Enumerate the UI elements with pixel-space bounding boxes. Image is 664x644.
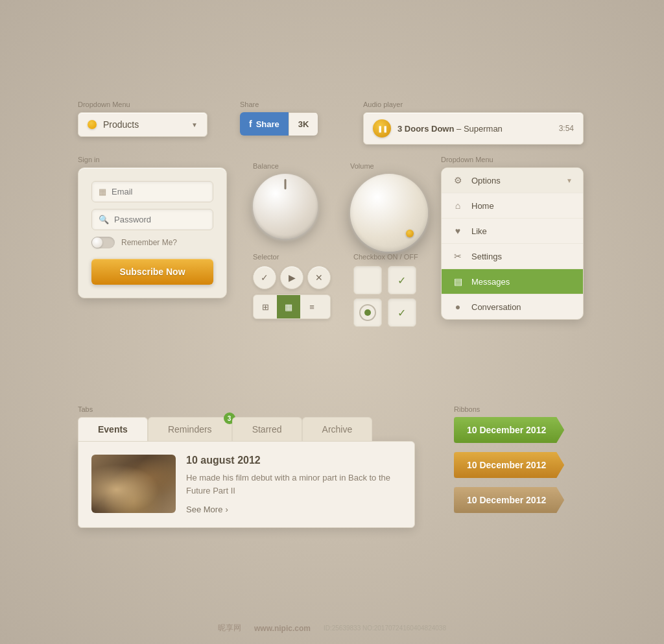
menu-item-like[interactable]: ♥ Like (442, 219, 583, 244)
view-grid-button[interactable]: ▦ (277, 295, 300, 318)
tabs-label: Tabs (78, 405, 415, 413)
menu-item-messages[interactable]: ▤ Messages (442, 269, 583, 294)
menu-item-settings[interactable]: ✂ Settings (442, 244, 583, 269)
facebook-icon: f (249, 119, 252, 129)
selector-close-button[interactable]: ✕ (307, 266, 331, 289)
tab-starred[interactable]: Starred (232, 417, 302, 441)
watermark-logo: 昵享网 (218, 623, 241, 634)
pause-icon: ❚❚ (377, 125, 388, 132)
tabs-widget: Tabs Events Reminders 3 Starred Archive … (78, 405, 415, 528)
tab-events[interactable]: Events (78, 417, 148, 441)
audio-separator: – (456, 124, 464, 134)
selector-check-button[interactable]: ✓ (253, 266, 276, 289)
see-more-link[interactable]: See More › (186, 505, 401, 514)
view-list-button[interactable]: ≡ (300, 295, 324, 318)
email-icon: ▦ (99, 187, 106, 197)
radio-checked[interactable] (353, 298, 382, 327)
ribbons-label: Ribbons (454, 405, 564, 413)
dropdown-right-label: Dropdown Menu (441, 156, 584, 163)
audio-time: 3:54 (559, 124, 574, 133)
tab-content-image (91, 455, 176, 513)
tab-image-art (91, 455, 176, 513)
tab-content-date: 10 august 2012 (186, 455, 401, 466)
subscribe-button[interactable]: Subscribe Now (91, 259, 213, 285)
tab-reminders[interactable]: Reminders 3 (148, 417, 232, 441)
signin-widget: Sign in ▦ 🔍 Remember Me? Subscribe Now (78, 156, 227, 298)
volume-widget: Volume (350, 162, 428, 252)
remember-toggle[interactable] (91, 237, 115, 248)
tab-archive[interactable]: Archive (302, 417, 373, 441)
scissors-icon: ✂ (452, 251, 464, 261)
dropdown-menu-widget: Dropdown Menu Products ▼ (78, 101, 208, 137)
password-field[interactable] (114, 215, 206, 224)
tab-text-content: 10 august 2012 He made his film debut wi… (186, 455, 401, 514)
dropdown-top-value: Products (103, 119, 191, 130)
see-more-arrow-icon: › (225, 505, 228, 514)
share-btn-text: Share (256, 119, 279, 129)
audio-play-button[interactable]: ❚❚ (373, 119, 391, 137)
tab-starred-label: Starred (252, 424, 282, 435)
ribbon-gold-text: 10 December 2012 (467, 460, 546, 470)
audio-widget: Audio player ❚❚ 3 Doors Down – Superman … (363, 101, 584, 145)
selector-widget: Selector ✓ ▶ ✕ ⊞ ▦ ≡ (253, 253, 331, 319)
menu-settings-text: Settings (471, 252, 573, 261)
share-widget: Share f Share 3K (240, 101, 318, 136)
ribbon-tan: 10 December 2012 (454, 487, 564, 513)
audio-song: Superman (464, 124, 503, 134)
ribbon-green: 10 December 2012 (454, 417, 564, 443)
share-label: Share (240, 101, 318, 108)
balance-label: Balance (253, 162, 318, 170)
checkbox-label: Checkbox ON / OFF (353, 253, 418, 261)
gear-icon: ⚙ (452, 175, 464, 185)
remember-label: Remember Me? (121, 238, 177, 247)
ribbon-gold: 10 December 2012 (454, 452, 564, 478)
selector-label: Selector (253, 253, 331, 261)
lock-icon: 🔍 (99, 215, 109, 224)
password-input-row: 🔍 (91, 209, 213, 230)
balance-knob[interactable] (253, 174, 318, 239)
menu-item-conversation[interactable]: ● Conversation (442, 294, 583, 319)
menu-messages-text: Messages (471, 277, 573, 287)
signin-label: Sign in (78, 156, 227, 163)
share-fb-part[interactable]: f Share (240, 112, 289, 136)
radio-dot (364, 309, 371, 316)
selector-play-button[interactable]: ▶ (280, 266, 303, 289)
radio-inner (359, 304, 376, 321)
audio-info: 3 Doors Down – Superman (397, 124, 552, 134)
remember-row: Remember Me? (91, 237, 213, 248)
dropdown-right-widget: Dropdown Menu ⚙ Options ▼ ⌂ Home ♥ Like … (441, 156, 584, 320)
email-field[interactable] (112, 187, 206, 197)
tab-events-label: Events (98, 424, 128, 435)
checkbox-unchecked-1[interactable] (353, 266, 382, 294)
dropdown-menu-box: ⚙ Options ▼ ⌂ Home ♥ Like ✂ Settings ▤ M… (441, 167, 584, 320)
share-button[interactable]: f Share 3K (240, 112, 318, 136)
checkbox-checked-1[interactable]: ✓ (388, 266, 416, 294)
ribbon-item-1: 10 December 2012 (454, 417, 564, 443)
ribbon-green-fold (454, 443, 462, 448)
ribbons-widget: Ribbons 10 December 2012 10 December 201… (454, 405, 564, 522)
messages-icon: ▤ (452, 276, 464, 287)
view-toggle: ⊞ ▦ ≡ (253, 294, 331, 319)
audio-artist: 3 Doors Down (397, 124, 454, 134)
see-more-text: See More (186, 505, 222, 514)
watermark-site: www.nipic.com (254, 624, 311, 633)
ribbon-tan-fold (454, 513, 462, 518)
volume-dot (406, 230, 414, 237)
volume-knob[interactable] (350, 174, 428, 252)
ribbon-gold-fold (454, 478, 462, 483)
audio-bar: ❚❚ 3 Doors Down – Superman 3:54 (363, 112, 584, 145)
email-input-row: ▦ (91, 181, 213, 202)
ribbon-item-2: 10 December 2012 (454, 452, 564, 478)
audio-label: Audio player (363, 101, 584, 108)
menu-arrow-icon: ▼ (566, 177, 573, 184)
menu-options-text: Options (471, 176, 558, 185)
tab-reminders-label: Reminders (168, 424, 212, 435)
dropdown-top-box[interactable]: Products ▼ (78, 112, 208, 137)
menu-item-options[interactable]: ⚙ Options ▼ (442, 168, 583, 193)
view-grid-small-button[interactable]: ⊞ (254, 295, 277, 318)
share-count: 3K (289, 113, 318, 136)
dropdown-top-arrow-icon: ▼ (191, 121, 198, 128)
menu-item-home[interactable]: ⌂ Home (442, 193, 583, 219)
checkbox-checked-2[interactable]: ✓ (388, 298, 416, 327)
home-icon: ⌂ (452, 200, 464, 211)
